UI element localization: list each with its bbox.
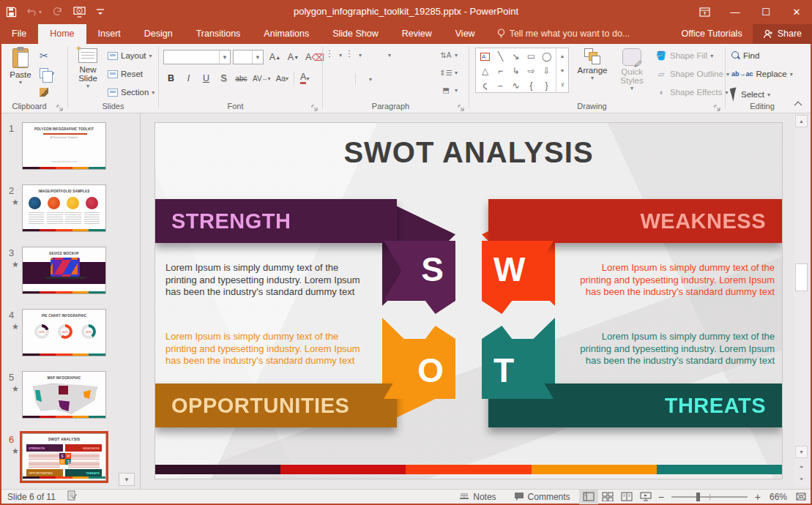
thumbnails-scroll-down-button[interactable]: ▼ (119, 473, 135, 486)
shapes-scroll-up[interactable]: ▲ (556, 48, 568, 63)
drawing-dialog-launcher[interactable] (714, 102, 723, 111)
tab-file[interactable]: File (0, 24, 38, 44)
quick-styles-button[interactable]: Quick Styles▾ (613, 48, 651, 91)
section-button[interactable]: Section▾ (108, 88, 154, 97)
clipboard-dialog-launcher[interactable] (56, 102, 65, 111)
zoom-slider[interactable] (671, 490, 748, 504)
thumbnail-slide-1[interactable]: 1 POLYGON INFOGRAPHIC TOOLKIT A Presenta… (6, 122, 116, 170)
shape-arc-icon[interactable]: ⌢ (493, 78, 508, 93)
shape-effects-button[interactable]: ◗Shape Effects▾ (655, 86, 728, 98)
shape-scribble-icon[interactable]: ς (477, 78, 493, 93)
zoom-in-button[interactable]: + (752, 491, 764, 503)
format-painter-button[interactable] (40, 88, 48, 97)
tab-home[interactable]: Home (38, 24, 86, 44)
shape-right-brace-icon[interactable]: } (539, 78, 554, 93)
thumbnail-slide-6[interactable]: 6 ★ SWOT ANALYSIS STRENGTH WEAKNESS S W … (6, 433, 116, 481)
shape-triangle-icon[interactable]: △ (477, 64, 493, 78)
scroll-up-button[interactable]: ▲ (795, 115, 808, 127)
numbering-button[interactable] (349, 50, 352, 59)
tab-review[interactable]: Review (390, 24, 444, 44)
reading-view-button[interactable] (617, 490, 636, 504)
character-spacing-button[interactable]: AV↔▾ (253, 72, 271, 85)
thumbnail-slide-2[interactable]: 2 ★ IMAGE/PORTFOLIO SAMPLES (6, 184, 116, 232)
layout-button[interactable]: Layout▾ (108, 51, 152, 60)
align-text-button[interactable]: ⇕☰▾ (440, 67, 458, 78)
underline-button[interactable]: U (200, 72, 212, 85)
shape-left-brace-icon[interactable]: { (524, 78, 539, 93)
shape-fill-button[interactable]: 🪣Shape Fill▾ (655, 50, 713, 61)
font-name-combo[interactable]: ▼ (163, 50, 231, 64)
zoom-level[interactable]: 66% (764, 492, 791, 502)
shape-elbow-connector-icon[interactable]: ⌐ (493, 64, 508, 78)
scrollbar-thumb[interactable] (795, 263, 808, 291)
copy-button[interactable]: ▾ (40, 68, 54, 78)
cut-button[interactable]: ✂▾ (40, 50, 54, 61)
shape-oval-icon[interactable]: ◯ (539, 49, 554, 64)
opportunities-banner[interactable]: OPPORTUNITIES (155, 384, 397, 427)
thumbnail-slide-5[interactable]: 5 ★ MAP INFOGRAPHIC (6, 371, 116, 419)
weakness-banner[interactable]: WEAKNESS (488, 199, 782, 243)
grow-font-button[interactable]: A▲ (269, 50, 281, 64)
threats-body-text[interactable]: Lorem Ipsum is simply dummy text of the … (574, 331, 775, 367)
italic-button[interactable]: I (182, 72, 195, 85)
tab-transitions[interactable]: Transitions (185, 24, 253, 44)
tab-insert[interactable]: Insert (86, 24, 133, 44)
shapes-gallery[interactable]: A ╲ ↘ ▭ ◯ △ ⌐ ↳ ⇨ ⇩ ς ⌢ ∿ { } ▲ (475, 48, 569, 93)
comments-button[interactable]: Comments (505, 490, 579, 504)
maximize-button[interactable]: ☐ (750, 0, 781, 23)
slide-sorter-view-button[interactable] (598, 490, 617, 504)
minimize-button[interactable]: — (720, 0, 750, 23)
tell-me-box[interactable]: Tell me what you want to do... (487, 24, 641, 44)
collapse-ribbon-button[interactable] (791, 100, 805, 110)
spell-check-icon[interactable] (67, 490, 78, 503)
bold-button[interactable]: B (165, 72, 177, 85)
font-dialog-launcher[interactable] (311, 102, 320, 111)
ribbon-display-options-icon[interactable] (689, 0, 720, 23)
slideshow-view-button[interactable] (636, 490, 655, 504)
slide-indicator[interactable]: Slide 6 of 11 (7, 492, 56, 502)
font-size-combo[interactable]: ▼ (233, 50, 264, 64)
text-shadow-button[interactable]: S (217, 72, 230, 85)
share-button[interactable]: Share (753, 24, 812, 44)
shape-arrow-icon[interactable]: ↘ (508, 49, 524, 64)
shapes-more-button[interactable]: ⊻ (556, 78, 568, 92)
thumbnail-slide-4[interactable]: 4 ★ PIE CHART INFOGRAPHIC 20% 60% 40% (6, 309, 116, 356)
shrink-font-button[interactable]: A▼ (287, 50, 299, 64)
shapes-scroll-down[interactable]: ▼ (556, 63, 568, 78)
shape-block-arrow-down-icon[interactable]: ⇩ (539, 64, 554, 78)
shape-block-arrow-right-icon[interactable]: ⇨ (524, 64, 539, 78)
tab-view[interactable]: View (444, 24, 487, 44)
reset-button[interactable]: Reset (108, 70, 143, 78)
slide-title[interactable]: SWOT ANALYSIS (155, 136, 782, 169)
vertical-scrollbar[interactable]: ▲ ▼ ⏶ ⏷ (794, 115, 808, 487)
slide-editor[interactable]: SWOT ANALYSIS STRENGTH WEAKNESS OPPORTUN… (155, 123, 782, 479)
zoom-out-button[interactable]: − (655, 491, 667, 503)
office-tutorials-link[interactable]: Office Tutorials (671, 24, 753, 44)
strikethrough-button[interactable]: abc (235, 72, 247, 85)
opportunities-body-text[interactable]: Lorem Ipsum is simply dummy text of the … (165, 331, 366, 367)
zoom-slider-thumb[interactable] (696, 493, 700, 501)
fit-slide-to-window-button[interactable] (791, 490, 811, 504)
replace-button[interactable]: ab→acReplace▾ (731, 70, 793, 78)
paste-button[interactable]: Paste▾ (6, 48, 35, 86)
next-slide-button[interactable]: ⏷ (795, 473, 808, 485)
shape-outline-button[interactable]: ▱Shape Outline▾ (655, 68, 729, 80)
notes-button[interactable]: Notes (450, 490, 504, 504)
shape-elbow-arrow-icon[interactable]: ↳ (508, 64, 524, 78)
weakness-body-text[interactable]: Lorem Ipsum is simply dummy text of the … (574, 262, 775, 299)
tab-design[interactable]: Design (133, 24, 185, 44)
find-button[interactable]: Find (731, 51, 759, 60)
shape-line-icon[interactable]: ╲ (493, 49, 508, 64)
bullets-button[interactable] (329, 50, 332, 59)
thumbnail-slide-3[interactable]: 3 ★ DEVICE MOCKUP (6, 247, 116, 294)
close-button[interactable]: ✕ (781, 0, 812, 23)
previous-slide-button[interactable]: ⏶ (795, 460, 808, 473)
normal-view-button[interactable] (579, 490, 598, 504)
strength-banner[interactable]: STRENGTH (155, 199, 397, 243)
select-button[interactable]: Select▾ (731, 88, 770, 101)
shape-rectangle-icon[interactable]: ▭ (524, 49, 539, 64)
tab-slide-show[interactable]: Slide Show (321, 24, 390, 44)
paragraph-dialog-launcher[interactable] (458, 102, 466, 111)
scroll-down-button[interactable]: ▼ (795, 446, 808, 458)
text-box-icon[interactable]: A (477, 49, 493, 64)
